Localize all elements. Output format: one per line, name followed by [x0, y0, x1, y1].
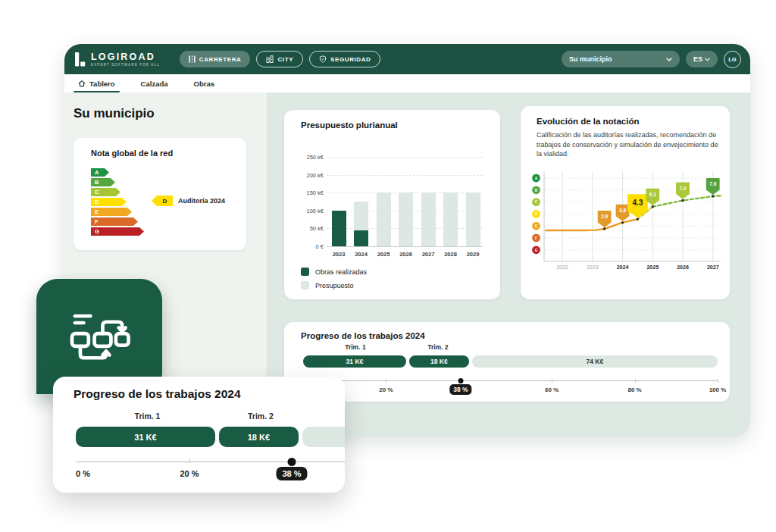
top-navbar: LOGIROAD EXPERT SOFTWARE FOR ALL CARRETE…	[64, 44, 750, 74]
tab-obras[interactable]: Obras	[192, 74, 216, 92]
tab-label: Tablero	[89, 80, 115, 88]
y-axis-label: 250 k€	[298, 154, 324, 161]
progress-segment-1: 31 K€	[303, 355, 406, 368]
shield-check-icon	[319, 55, 327, 63]
language-select[interactable]: ES	[686, 51, 718, 67]
evolution-chart: ABCDEFG2.93.84.36.17.07.6202220232024202…	[531, 168, 722, 273]
gridline	[327, 175, 483, 176]
svg-text:2.9: 2.9	[601, 214, 608, 219]
legend-swatch	[301, 281, 309, 289]
legend-item: Obras realizadas	[301, 268, 367, 276]
road-icon	[189, 55, 196, 63]
brand-name: LOGIROAD	[91, 52, 160, 62]
x-axis-label: 2029	[467, 251, 480, 258]
bar-2025-presupuesto	[377, 192, 391, 246]
svg-text:3.8: 3.8	[619, 208, 626, 213]
svg-text:F: F	[535, 236, 537, 240]
zoom-progress-segment-2: 18 K€	[219, 427, 299, 447]
zoom-slider-tick	[189, 458, 190, 463]
svg-text:6.1: 6.1	[649, 192, 656, 197]
svg-text:2027: 2027	[707, 264, 719, 270]
x-axis-label: 2025	[377, 251, 390, 258]
grade-arrow-E: E	[91, 208, 132, 216]
progress-card: Progreso de los trabajos 2024 Trim. 1Tri…	[284, 322, 730, 402]
slider-tick-label: 20 %	[379, 386, 393, 393]
svg-text:2026: 2026	[677, 264, 689, 270]
slider-tick-label: 100 %	[709, 386, 727, 393]
slider-value-badge[interactable]: 38 %	[449, 384, 471, 395]
bar-2026-presupuesto	[399, 192, 413, 246]
svg-text:2022: 2022	[556, 264, 568, 270]
city-icon	[266, 55, 274, 63]
x-axis-label: 2024	[355, 251, 368, 258]
grade-scale: ABCDEFG	[91, 168, 144, 237]
workflow-icon	[64, 309, 134, 364]
user-avatar[interactable]: LG	[724, 51, 741, 68]
slider-tick-label: 80 %	[627, 386, 641, 393]
grade-arrow-D: D	[91, 198, 127, 206]
user-initials: LG	[728, 56, 736, 63]
grade-arrow-A: A	[91, 168, 109, 177]
tab-label: Obras	[194, 80, 214, 88]
progress-zoom-card: Progreso de los trabajos 2024 Trim. 131 …	[53, 377, 345, 493]
quarter-label-1: Trim. 1	[345, 343, 365, 351]
budget-chart: 250 k€200 k€150 k€100 k€50 k€0 €20232024…	[327, 157, 483, 246]
home-icon	[78, 80, 86, 87]
logiroad-logo[interactable]: LOGIROAD EXPERT SOFTWARE FOR ALL	[75, 52, 160, 67]
grade-arrow-F: F	[91, 217, 138, 226]
slider-tick	[718, 379, 718, 383]
svg-text:C: C	[535, 200, 538, 204]
zoom-slider-handle[interactable]	[288, 458, 296, 466]
svg-text:7.6: 7.6	[709, 181, 716, 186]
chevron-down-icon	[666, 58, 672, 61]
zoom-slider-tick-label: 0 %	[76, 469, 90, 478]
x-axis-label: 2023	[333, 251, 346, 258]
svg-text:2024: 2024	[617, 264, 629, 270]
product-city[interactable]: CITY	[256, 51, 303, 67]
svg-text:A: A	[535, 177, 538, 180]
product-switcher: CARRETERACITYSEGURIDAD	[180, 51, 381, 67]
brand-tagline: EXPERT SOFTWARE FOR ALL	[91, 63, 160, 67]
grade-arrow-B: B	[91, 178, 115, 186]
logo-mark-icon	[75, 52, 86, 67]
grade-pointer-letter: D	[163, 198, 167, 205]
grade-arrow-G: G	[91, 227, 144, 236]
gridline	[327, 157, 483, 158]
slider-handle[interactable]	[458, 378, 463, 383]
network-rating-card: Nota global de la red ABCDEFG D Auditorí…	[74, 138, 246, 250]
zoom-quarter-label-1: Trim. 1	[135, 412, 161, 421]
budget-card: Presupuesto plurianual 250 k€200 k€150 k…	[284, 110, 500, 299]
legend-label: Presupuesto	[315, 282, 354, 289]
evolution-card: Evolución de la notación Calificación de…	[521, 106, 730, 299]
product-seguridad[interactable]: SEGURIDAD	[309, 51, 380, 67]
progress-track: 31 K€18 K€74 K€	[303, 355, 718, 368]
x-axis-label: 2028	[444, 251, 457, 258]
page-title: Su municipio	[74, 106, 155, 121]
zoom-slider-value-badge[interactable]: 38 %	[276, 467, 307, 480]
tab-bar: TableroCalzadaObras	[64, 74, 750, 92]
language-select-value: ES	[693, 55, 702, 63]
svg-text:4.3: 4.3	[632, 199, 643, 207]
progress-slider[interactable]: 0 %20 %60 %80 %100 %38 %	[303, 379, 718, 399]
municipality-select[interactable]: Su municipio	[562, 51, 680, 67]
svg-text:B: B	[535, 189, 538, 192]
evolution-card-title: Evolución de la notación	[537, 117, 639, 126]
navbar-right: Su municipio ES LG	[562, 51, 741, 68]
slider-tick-label: 60 %	[545, 386, 559, 393]
svg-text:D: D	[535, 212, 538, 216]
svg-text:2023: 2023	[587, 264, 599, 270]
zoom-slider-tick-label: 20 %	[180, 469, 199, 478]
progress-segment-3: 74 K€	[472, 355, 718, 368]
slider-tick	[386, 379, 386, 383]
y-axis-label: 200 k€	[298, 172, 324, 179]
product-carretera[interactable]: CARRETERA	[180, 51, 251, 67]
y-axis-label: 0 €	[298, 243, 324, 250]
grade-pointer-label: Auditoría 2024	[178, 197, 225, 205]
rating-card-title: Nota global de la red	[91, 149, 173, 158]
zoom-card-title: Progreso de los trabajos 2024	[74, 387, 241, 401]
svg-text:G: G	[535, 249, 538, 252]
y-axis-label: 100 k€	[298, 208, 324, 214]
legend-item: Presupuesto	[301, 281, 367, 289]
tab-calzada[interactable]: Calzada	[139, 74, 170, 92]
tab-tablero[interactable]: Tablero	[77, 74, 117, 92]
